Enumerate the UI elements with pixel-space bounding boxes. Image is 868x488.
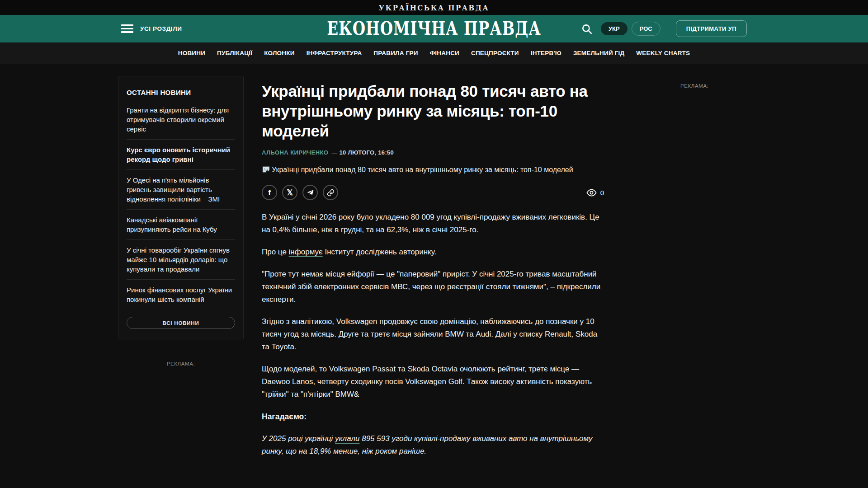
latest-news-panel: ОСТАННІ НОВИНИ Гранти на відкриття бізне… [118, 76, 244, 339]
nav-item[interactable]: ФІНАНСИ [430, 50, 459, 56]
paragraph-text: "Проте тут немає місця ейфорії — це "пап… [262, 270, 600, 304]
view-counter: 0 [586, 188, 604, 198]
paragraph-text: Нагадаємо: [262, 412, 307, 421]
inline-link[interactable]: уклали [335, 434, 359, 443]
support-up-button[interactable]: ПІДТРИМАТИ УП [676, 20, 747, 37]
latest-news-item[interactable]: У Одесі на п'ять мільйонів гривень завищ… [127, 169, 235, 209]
right-ad-label: РЕКЛАМА: [680, 83, 868, 89]
lang-option-ros[interactable]: РОС [632, 22, 660, 36]
nav-item[interactable]: ПРАВИЛА ГРИ [373, 50, 418, 56]
article-paragraph: "Проте тут немає місця ейфорії — це "пап… [262, 268, 604, 306]
paragraph-text: В Україні у січні 2026 року було укладен… [262, 213, 599, 234]
header-right-group: УКР РОС ПІДТРИМАТИ УП [581, 20, 747, 37]
article-paragraph: В Україні у січні 2026 року було укладен… [262, 211, 604, 236]
lang-option-ukr[interactable]: УКР [601, 22, 627, 35]
image-alt-text: Українці придбали понад 80 тисяч авто на… [272, 166, 573, 174]
latest-news-item[interactable]: Гранти на відкриття бізнесу: для отримув… [127, 100, 235, 139]
search-button[interactable] [581, 23, 593, 35]
paragraph-text: Про це [262, 248, 289, 256]
x-twitter-icon: 𝕏 [287, 189, 293, 197]
up-topbar: УКРАЇНСЬКА ПРАВДА [0, 0, 868, 15]
paragraph-text: Згідно з аналітикою, Volkswagen продовжу… [262, 317, 597, 351]
share-row: f 𝕏 0 [262, 185, 604, 200]
site-header: УСІ РОЗДІЛИ ЕКОНОМІЧНА ПРАВДА УКР РОС ПІ… [0, 15, 868, 42]
paragraph-text: Щодо моделей, то Volkswagen Passat та Sk… [262, 365, 592, 399]
latest-news-item[interactable]: Ринок фінансових послуг України покинули… [127, 279, 235, 310]
author-link[interactable]: АЛЬОНА КИРИЧЕНКО [262, 149, 328, 156]
nav-item[interactable]: ЗЕМЕЛЬНИЙ ГІД [573, 50, 624, 56]
article-title: Українці придбали понад 80 тисяч авто на… [262, 81, 604, 141]
paragraph-text: Інститут досліджень авторинку. [323, 248, 437, 256]
all-news-button[interactable]: ВСІ НОВИНИ [127, 317, 235, 329]
hamburger-icon [121, 24, 133, 33]
broken-image-row: Українці придбали понад 80 тисяч авто на… [262, 165, 604, 174]
article-paragraph: Щодо моделей, то Volkswagen Passat та Sk… [262, 363, 604, 401]
nav-item[interactable]: СПЕЦПРОЄКТИ [471, 50, 519, 56]
article: Українці придбали понад 80 тисяч авто на… [262, 76, 604, 467]
view-count: 0 [600, 189, 604, 197]
sidebar: ОСТАННІ НОВИНИ Гранти на відкриття бізне… [118, 76, 244, 366]
sidebar-ad-label: РЕКЛАМА: [118, 361, 244, 366]
content-layout: ОСТАННІ НОВИНИ Гранти на відкриття бізне… [0, 64, 868, 467]
nav-item[interactable]: ПУБЛІКАЦІЇ [217, 50, 252, 56]
right-rail: РЕКЛАМА: [604, 76, 868, 89]
share-facebook-button[interactable]: f [262, 185, 277, 200]
nav-item[interactable]: ІНТЕРВ'Ю [531, 50, 561, 56]
all-sections-label: УСІ РОЗДІЛИ [140, 25, 182, 32]
share-telegram-button[interactable] [302, 185, 318, 200]
publish-date: — 10 ЛЮТОГО, 16:50 [331, 149, 394, 156]
inline-link[interactable]: інформує [289, 248, 323, 256]
nav-item[interactable]: КОЛОНКИ [264, 50, 294, 56]
latest-news-item[interactable]: Курс євро оновить історичний рекорд щодо… [127, 139, 235, 169]
byline: АЛЬОНА КИРИЧЕНКО — 10 ЛЮТОГО, 16:50 [262, 149, 604, 156]
ekonomichna-pravda-logo[interactable]: ЕКОНОМІЧНА ПРАВДА [327, 18, 541, 39]
paragraph-text: У 2025 році українці [262, 434, 335, 443]
latest-news-title: ОСТАННІ НОВИНИ [127, 89, 235, 96]
eye-icon [586, 188, 597, 198]
search-icon [581, 23, 593, 35]
article-paragraph: Нагадаємо: [262, 410, 604, 423]
all-sections-menu[interactable]: УСІ РОЗДІЛИ [121, 24, 182, 33]
latest-news-list: Гранти на відкриття бізнесу: для отримув… [127, 100, 235, 310]
facebook-icon: f [268, 189, 271, 197]
latest-news-item[interactable]: Канадські авіакомпанії призупиняють рейс… [127, 209, 235, 239]
copy-link-icon [327, 189, 335, 197]
latest-news-item[interactable]: У січні товарообіг України сягнув майже … [127, 239, 235, 279]
telegram-icon [307, 189, 314, 197]
article-paragraph: У 2025 році українці уклали 895 593 угод… [262, 432, 604, 458]
language-toggle: УКР РОС [601, 22, 660, 36]
main-nav: НОВИНИПУБЛІКАЦІЇКОЛОНКИІНФРАСТРУКТУРАПРА… [0, 42, 868, 64]
broken-image-icon [262, 165, 270, 174]
article-paragraph: Про це інформує Інститут досліджень авто… [262, 246, 604, 258]
article-paragraph: Згідно з аналітикою, Volkswagen продовжу… [262, 315, 604, 353]
nav-item[interactable]: НОВИНИ [178, 50, 205, 56]
nav-item[interactable]: WEEKLY CHARTS [636, 50, 690, 56]
nav-item[interactable]: ІНФРАСТРУКТУРА [307, 50, 362, 56]
ukrainska-pravda-logo[interactable]: УКРАЇНСЬКА ПРАВДА [379, 3, 489, 12]
article-body: В Україні у січні 2026 року було укладен… [262, 211, 604, 458]
share-copy-link-button[interactable] [323, 185, 338, 200]
share-x-button[interactable]: 𝕏 [282, 185, 297, 200]
